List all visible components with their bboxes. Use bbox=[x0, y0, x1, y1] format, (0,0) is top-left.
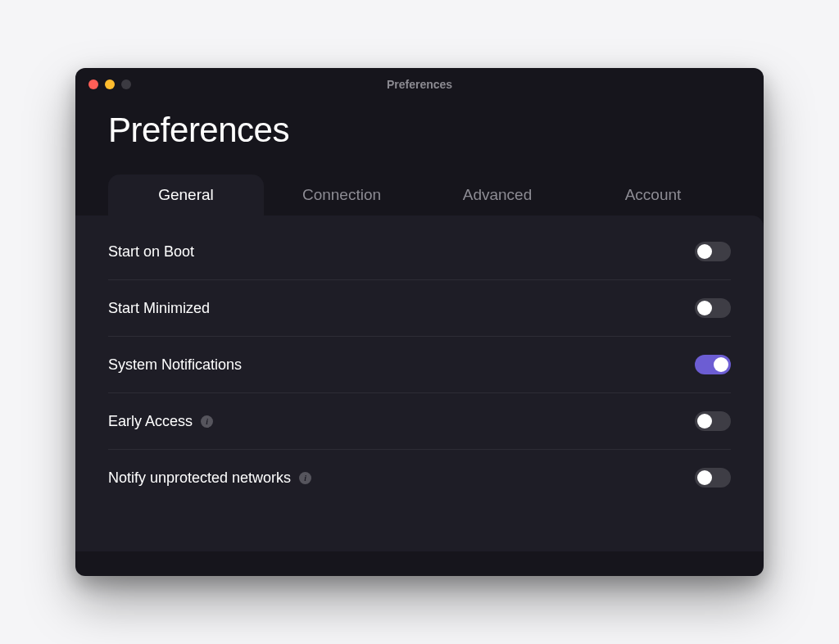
setting-label: System Notifications bbox=[108, 356, 242, 374]
setting-start-minimized: Start Minimized bbox=[108, 280, 731, 337]
setting-start-on-boot: Start on Boot bbox=[108, 224, 731, 280]
toggle-notify-unprotected[interactable] bbox=[695, 468, 731, 488]
setting-label: Notify unprotected networks bbox=[108, 469, 291, 487]
toggle-start-on-boot[interactable] bbox=[695, 242, 731, 261]
setting-early-access: Early Access i bbox=[108, 393, 731, 450]
window-title: Preferences bbox=[75, 78, 764, 91]
minimize-button[interactable] bbox=[105, 79, 115, 89]
toggle-start-minimized[interactable] bbox=[695, 298, 731, 318]
maximize-button[interactable] bbox=[121, 79, 131, 89]
preferences-window: Preferences Preferences General Connecti… bbox=[75, 68, 764, 576]
setting-label: Start on Boot bbox=[108, 243, 194, 261]
tab-general[interactable]: General bbox=[108, 175, 264, 215]
setting-system-notifications: System Notifications bbox=[108, 337, 731, 393]
tab-account[interactable]: Account bbox=[575, 175, 731, 215]
info-icon[interactable]: i bbox=[201, 415, 213, 428]
close-button[interactable] bbox=[88, 79, 98, 89]
toggle-early-access[interactable] bbox=[695, 411, 731, 431]
toggle-knob bbox=[697, 301, 712, 315]
toggle-knob bbox=[714, 357, 728, 372]
toggle-knob bbox=[697, 244, 712, 259]
info-icon[interactable]: i bbox=[299, 472, 311, 484]
tab-advanced[interactable]: Advanced bbox=[420, 175, 575, 215]
titlebar: Preferences bbox=[75, 68, 764, 101]
setting-label: Early Access bbox=[108, 413, 193, 430]
page-title: Preferences bbox=[108, 111, 731, 150]
setting-notify-unprotected: Notify unprotected networks i bbox=[108, 450, 731, 506]
tabs: General Connection Advanced Account bbox=[75, 175, 764, 215]
window-controls bbox=[75, 79, 131, 89]
tab-connection[interactable]: Connection bbox=[264, 175, 420, 215]
toggle-system-notifications[interactable] bbox=[695, 355, 731, 374]
toggle-knob bbox=[697, 470, 712, 485]
setting-label: Start Minimized bbox=[108, 300, 210, 317]
toggle-knob bbox=[697, 414, 712, 429]
settings-panel: Start on Boot Start Minimized System Not… bbox=[75, 215, 764, 551]
content-area: Preferences General Connection Advanced … bbox=[75, 101, 764, 576]
